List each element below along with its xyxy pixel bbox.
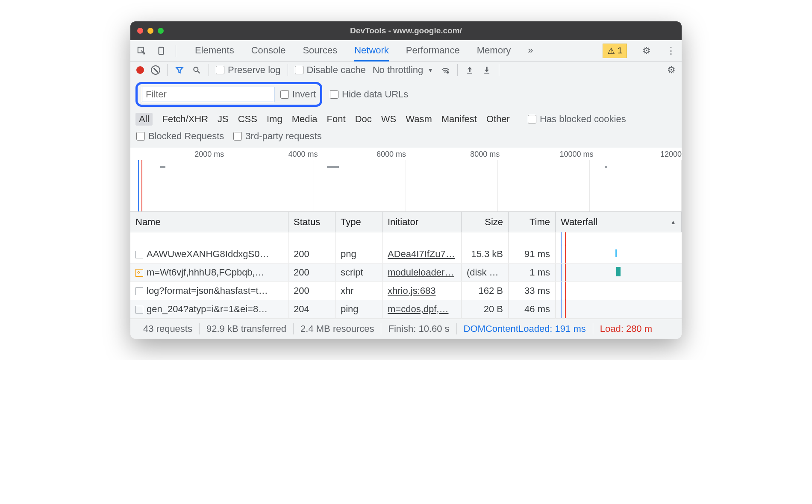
type-doc[interactable]: Doc — [355, 114, 372, 125]
titlebar[interactable]: DevTools - www.google.com/ — [130, 21, 682, 40]
svg-point-3 — [447, 71, 449, 74]
network-toolbar: Preserve log Disable cache No throttling… — [130, 62, 682, 79]
status-transferred: 92.9 kB transferred — [200, 323, 294, 334]
filter-highlight-box: Invert — [135, 82, 322, 107]
col-type[interactable]: Type — [335, 212, 382, 232]
tick: 2000 ms — [194, 150, 224, 159]
svg-point-2 — [194, 67, 198, 71]
kebab-icon[interactable]: ⋮ — [666, 45, 676, 56]
cell-time: 46 ms — [509, 300, 556, 318]
separator — [176, 45, 176, 57]
cell-time: 91 ms — [509, 245, 556, 263]
blocked-requests-checkbox[interactable]: Blocked Requests — [136, 131, 224, 142]
tab-memory[interactable]: Memory — [477, 41, 511, 61]
separator — [167, 64, 168, 76]
type-filter-row-2: Blocked Requests 3rd-party requests — [130, 128, 682, 148]
inspect-icon[interactable] — [136, 46, 147, 56]
cell-status: 200 — [288, 264, 335, 281]
cell-waterfall — [556, 264, 682, 281]
cell-time: 33 ms — [509, 282, 556, 300]
cell-waterfall — [556, 245, 682, 263]
sort-icon: ▲ — [670, 219, 676, 226]
chevron-down-icon: ▼ — [427, 67, 433, 73]
type-manifest[interactable]: Manifest — [441, 114, 477, 125]
disable-cache-label: Disable cache — [307, 64, 366, 76]
col-name[interactable]: Name — [130, 212, 288, 232]
tab-sources[interactable]: Sources — [303, 41, 337, 61]
hide-data-urls-checkbox[interactable]: Hide data URLs — [330, 89, 408, 100]
filter-row: Invert Hide data URLs — [130, 79, 682, 110]
blocked-requests-label: Blocked Requests — [148, 131, 224, 142]
tab-elements[interactable]: Elements — [195, 41, 234, 61]
type-js[interactable]: JS — [218, 114, 229, 125]
panel-settings-icon[interactable]: ⚙ — [667, 64, 676, 76]
tick: 12000 — [660, 150, 682, 159]
cell-type: png — [335, 245, 382, 263]
table-header: Name Status Type Initiator Size Time Wat… — [130, 212, 682, 232]
main-tabs: Elements Console Sources Network Perform… — [130, 40, 682, 62]
type-all[interactable]: All — [135, 113, 153, 126]
third-party-checkbox[interactable]: 3rd-party requests — [233, 131, 322, 142]
type-fetch-xhr[interactable]: Fetch/XHR — [162, 114, 208, 125]
filter-icon[interactable] — [174, 65, 185, 75]
table-row[interactable]: log?format=json&hasfast=t… 200 xhr xhrio… — [130, 282, 682, 300]
tab-network[interactable]: Network — [354, 41, 389, 62]
cell-name: gen_204?atyp=i&r=1&ei=8… — [130, 300, 288, 318]
network-conditions-icon[interactable] — [440, 65, 450, 75]
clear-icon[interactable] — [151, 65, 160, 75]
type-font[interactable]: Font — [327, 114, 346, 125]
bar — [160, 166, 165, 168]
col-status[interactable]: Status — [288, 212, 335, 232]
col-size[interactable]: Size — [462, 212, 509, 232]
dcl-line — [138, 160, 139, 211]
tab-performance[interactable]: Performance — [406, 41, 460, 61]
invert-checkbox[interactable]: Invert — [280, 89, 316, 100]
status-finish: Finish: 10.60 s — [381, 323, 456, 334]
file-icon — [135, 251, 143, 258]
type-wasm[interactable]: Wasm — [406, 114, 432, 125]
svg-rect-1 — [159, 47, 164, 54]
col-time[interactable]: Time — [509, 212, 556, 232]
tab-console[interactable]: Console — [251, 41, 286, 61]
disable-cache-checkbox[interactable]: Disable cache — [295, 64, 366, 76]
bar — [605, 166, 607, 168]
download-icon[interactable] — [482, 65, 492, 75]
status-requests: 43 requests — [136, 323, 200, 334]
filter-input[interactable] — [142, 87, 274, 102]
table-row[interactable]: AAWUweXANHG8IddxgS0… 200 png ADea4I7IfZu… — [130, 245, 682, 264]
device-icon[interactable] — [156, 46, 166, 56]
col-waterfall[interactable]: Waterfall▲ — [556, 212, 682, 232]
cell-size: 162 B — [462, 282, 509, 300]
waterfall-bar — [615, 249, 617, 257]
warnings-badge[interactable]: ⚠ 1 — [603, 44, 627, 58]
has-blocked-cookies-checkbox[interactable]: Has blocked cookies — [528, 114, 626, 125]
hide-data-urls-label: Hide data URLs — [342, 89, 408, 100]
col-waterfall-label: Waterfall — [561, 217, 597, 228]
timeline-overview[interactable]: 2000 ms 4000 ms 6000 ms 8000 ms 10000 ms… — [130, 148, 682, 212]
cell-initiator: ADea4I7IfZu7… — [382, 245, 462, 263]
table-row[interactable]: gen_204?atyp=i&r=1&ei=8… 204 ping m=cdos… — [130, 300, 682, 319]
separator — [209, 64, 209, 76]
tab-overflow[interactable]: » — [528, 41, 533, 61]
table-row[interactable]: m=Wt6vjf,hhhU8,FCpbqb,… 200 script modul… — [130, 264, 682, 282]
throttling-select[interactable]: No throttling ▼ — [373, 64, 433, 76]
type-other[interactable]: Other — [486, 114, 510, 125]
timeline-body — [130, 160, 682, 211]
table-row-spacer — [130, 232, 682, 245]
upload-icon[interactable] — [465, 65, 475, 75]
preserve-log-checkbox[interactable]: Preserve log — [216, 64, 281, 76]
col-initiator[interactable]: Initiator — [382, 212, 462, 232]
separator — [457, 64, 458, 76]
type-img[interactable]: Img — [267, 114, 282, 125]
type-css[interactable]: CSS — [238, 114, 257, 125]
settings-icon[interactable]: ⚙ — [642, 45, 651, 56]
type-media[interactable]: Media — [292, 114, 318, 125]
preserve-log-label: Preserve log — [228, 64, 281, 76]
search-icon[interactable] — [191, 65, 202, 75]
record-icon[interactable] — [136, 66, 144, 74]
status-bar: 43 requests 92.9 kB transferred 2.4 MB r… — [130, 319, 682, 339]
blocked-cookies-label: Has blocked cookies — [540, 114, 626, 125]
type-ws[interactable]: WS — [381, 114, 396, 125]
warnings-count: 1 — [618, 46, 622, 56]
load-line — [141, 160, 142, 211]
